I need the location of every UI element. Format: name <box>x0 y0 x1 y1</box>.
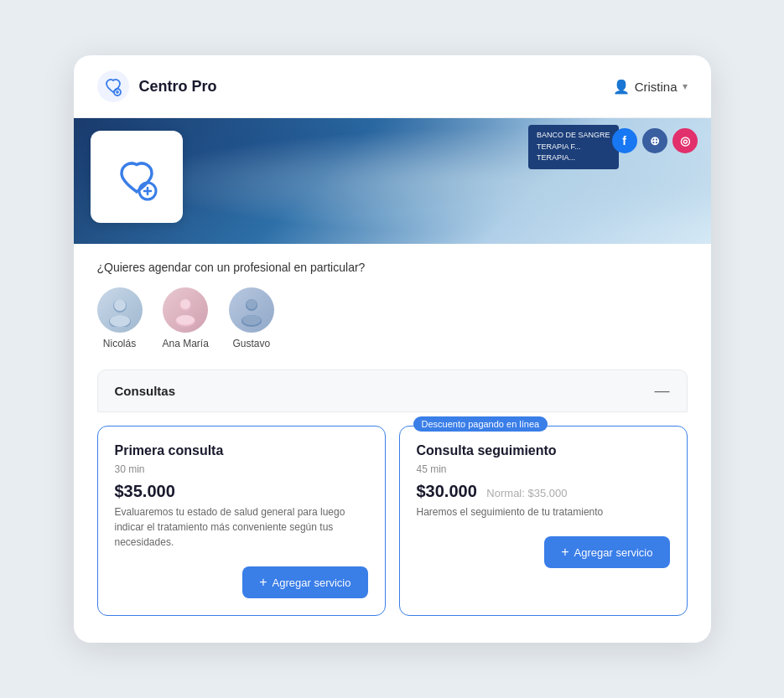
professional-name-nicolas: Nicolás <box>103 338 136 349</box>
svg-point-13 <box>180 299 190 309</box>
svg-point-18 <box>242 315 261 325</box>
user-menu[interactable]: 👤 Cristina ▾ <box>613 79 688 95</box>
svg-point-0 <box>97 70 129 102</box>
banner-sign: BANCO DE SANGRE TERAPIA F... TERAPIA... <box>528 125 619 169</box>
svg-point-10 <box>110 315 130 327</box>
banner-logo-svg <box>103 143 170 210</box>
chevron-down-icon: ▾ <box>683 80 688 92</box>
plus-icon-2: + <box>561 545 569 560</box>
banner-logo-box <box>91 131 183 223</box>
professional-item-nicolas[interactable]: Nicolás <box>97 287 143 349</box>
consultas-section: Consultas — Primera consulta 30 min $35.… <box>97 370 688 616</box>
service-price-normal-seguimiento: Normal: $35.000 <box>486 487 567 499</box>
professionals-question: ¿Quieres agendar con un profesional en p… <box>97 261 688 274</box>
app-logo-icon <box>97 70 129 102</box>
website-icon[interactable]: ⊕ <box>642 128 667 153</box>
app-container: Centro Pro 👤 Cristina ▾ BANCO DE SANGRE … <box>74 55 711 643</box>
service-name-seguimiento: Consulta seguimiento <box>417 443 670 458</box>
professional-item-gustavo[interactable]: Gustavo <box>229 287 274 349</box>
add-service-button-seguimiento[interactable]: + Agregar servicio <box>544 536 669 568</box>
service-card-seguimiento: Descuento pagando en línea Consulta segu… <box>399 426 688 616</box>
user-icon: 👤 <box>613 79 630 95</box>
collapse-icon[interactable]: — <box>655 382 670 400</box>
app-title: Centro Pro <box>139 78 217 96</box>
professionals-section: ¿Quieres agendar con un profesional en p… <box>74 244 711 349</box>
add-service-label-primera: Agregar servicio <box>273 576 351 589</box>
avatar-nicolas <box>97 287 143 333</box>
svg-point-9 <box>114 299 126 311</box>
professional-name-gustavo: Gustavo <box>233 338 271 349</box>
header: Centro Pro 👤 Cristina ▾ <box>74 55 711 118</box>
add-service-label-seguimiento: Agregar servicio <box>574 546 653 559</box>
service-description-primera: Evaluaremos tu estado de salud general p… <box>115 504 368 550</box>
service-card-primera-consulta: Primera consulta 30 min $35.000 Evaluare… <box>97 426 386 616</box>
svg-point-17 <box>247 299 257 309</box>
discount-badge: Descuento pagando en línea <box>413 416 548 432</box>
consultas-cards: Primera consulta 30 min $35.000 Evaluare… <box>97 412 688 616</box>
consultas-title: Consultas <box>115 384 176 398</box>
banner-social-links: f ⊕ ◎ <box>612 128 698 153</box>
professional-name-anamaria: Ana María <box>163 338 209 349</box>
avatar-gustavo <box>229 287 274 333</box>
professional-item-anamaria[interactable]: Ana María <box>163 287 209 349</box>
consultas-header: Consultas — <box>97 370 688 412</box>
profile-banner: BANCO DE SANGRE TERAPIA F... TERAPIA... … <box>74 118 711 244</box>
header-left: Centro Pro <box>97 70 217 102</box>
service-name-primera: Primera consulta <box>115 443 368 458</box>
instagram-icon[interactable]: ◎ <box>672 128 698 153</box>
service-duration-seguimiento: 45 min <box>417 463 670 475</box>
service-price-seguimiento: $30.000 Normal: $35.000 <box>417 482 670 501</box>
add-service-button-primera[interactable]: + Agregar servicio <box>242 566 367 598</box>
avatar-anamaria <box>163 287 208 333</box>
service-duration-primera: 30 min <box>115 463 368 475</box>
service-price-primera: $35.000 <box>115 482 368 501</box>
professionals-list: Nicolás Ana María <box>97 287 688 349</box>
svg-point-14 <box>176 315 195 325</box>
plus-icon: + <box>259 575 267 590</box>
service-description-seguimiento: Haremos el seguimiento de tu tratamiento <box>417 504 670 520</box>
user-name: Cristina <box>635 80 678 94</box>
facebook-icon[interactable]: f <box>612 128 637 153</box>
